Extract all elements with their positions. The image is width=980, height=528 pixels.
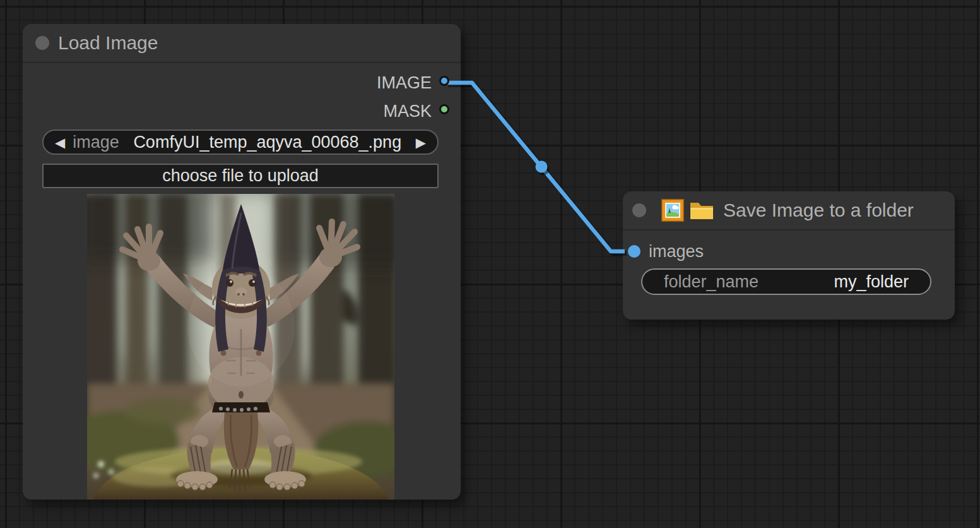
images-input-dot[interactable] xyxy=(628,245,641,258)
image-output-label: IMAGE xyxy=(377,73,432,93)
save-image-title: Save Image to a folder xyxy=(723,201,914,220)
combo-label: image xyxy=(73,133,119,152)
combo-value: ComfyUI_temp_aqyva_00068_.png xyxy=(119,133,416,152)
combo-right-arrow-icon[interactable]: ▶ xyxy=(416,136,426,149)
images-input-label: images xyxy=(649,241,704,261)
image-combo-widget[interactable]: ◀ image ComfyUI_temp_aqyva_00068_.png ▶ xyxy=(42,129,439,155)
folder-icon xyxy=(689,200,714,220)
folder-name-label: folder_name xyxy=(664,272,759,292)
mask-output-dot[interactable] xyxy=(439,104,449,114)
node-load-image[interactable]: Load Image IMAGE MASK ◀ image ComfyUI_te… xyxy=(23,24,461,500)
save-image-header[interactable]: Save Image to a folder xyxy=(623,191,955,231)
collapse-dot[interactable] xyxy=(35,36,49,50)
link-midpoint-handle[interactable] xyxy=(536,161,548,173)
load-image-header[interactable]: Load Image xyxy=(23,24,461,63)
node-save-image[interactable]: Save Image to a folder images folder_nam… xyxy=(623,191,955,320)
folder-name-widget[interactable]: folder_name my_folder xyxy=(641,268,931,295)
folder-name-value: my_folder xyxy=(834,272,909,292)
troll-preview-illustration xyxy=(87,194,394,500)
framed-picture-icon xyxy=(661,199,684,222)
link-wire xyxy=(446,83,625,251)
image-preview xyxy=(87,194,394,500)
combo-left-arrow-icon[interactable]: ◀ xyxy=(55,136,65,149)
load-image-title: Load Image xyxy=(58,33,158,52)
image-output-dot[interactable] xyxy=(439,76,449,86)
node-graph-canvas[interactable]: Load Image IMAGE MASK ◀ image ComfyUI_te… xyxy=(0,0,980,528)
choose-file-button[interactable]: choose file to upload xyxy=(42,164,439,188)
mask-output-label: MASK xyxy=(383,101,432,121)
collapse-dot[interactable] xyxy=(632,203,646,217)
